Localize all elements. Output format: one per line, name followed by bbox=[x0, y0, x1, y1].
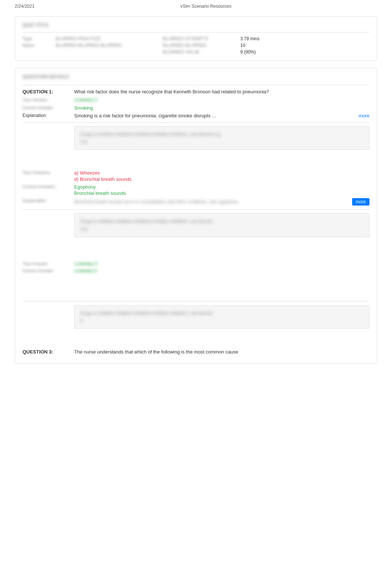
q2-more-button[interactable]: more bbox=[352, 198, 369, 206]
q1-your-answer-value: CORRECT bbox=[74, 97, 98, 103]
questions-value: 10 bbox=[240, 43, 369, 48]
q1-correct-answer-row: Correct Answer: Smoking bbox=[23, 105, 369, 111]
question-3-label: QUESTION 3: bbox=[23, 349, 67, 355]
score-value-2: CORRECT bbox=[74, 268, 98, 274]
quiz-title: QUIZ TITLE bbox=[23, 22, 369, 28]
question-1-label: QUESTION 1: bbox=[23, 89, 67, 94]
quiz-info-grid: Type BLURRED PRACTICE BLURRED ATTEMPTS 3… bbox=[23, 36, 369, 55]
q1-blurred-box: Drugs or inhibitor inhibitors inhibitors… bbox=[74, 126, 369, 150]
q1-explanation-row: Explanation: Smoking is a risk factor fo… bbox=[23, 113, 369, 118]
score-label-1: Your Answer: bbox=[23, 261, 67, 267]
main-content: QUIZ TITLE Type BLURRED PRACTICE BLURRED… bbox=[0, 13, 392, 375]
q2-blurred-text: Drugs or inhibitor inhibitors inhibitors… bbox=[80, 218, 363, 232]
score-value: 9 (90%) bbox=[240, 49, 369, 55]
q1-correct-answer-label: Correct Answer: bbox=[23, 105, 67, 110]
col3-value: BLURRED BLURRED bbox=[163, 43, 237, 48]
q2-answer-d: d) Bronchial breath sounds bbox=[74, 176, 131, 182]
page-header: 2/24/2021 vSim Scenario Resources bbox=[0, 0, 392, 13]
type-value: BLURRED PRACTICE bbox=[56, 36, 159, 41]
q2-explanation-label: Explanation: bbox=[23, 198, 67, 203]
score-label-2: Correct Answer: bbox=[23, 268, 67, 274]
type-label: Type bbox=[23, 36, 52, 41]
q1-blurred-text: Drugs or inhibitor inhibitors inhibitors… bbox=[80, 131, 363, 145]
question-details-card: QUESTION DETAILS QUESTION 1: What risk f… bbox=[15, 68, 377, 363]
question-3-upper-block: Your Answer: CORRECT Correct Answer: COR… bbox=[23, 261, 369, 329]
q2-correct-a: Egophony bbox=[74, 184, 126, 190]
q2-blurred-box: Drugs or inhibitor inhibitors inhibitors… bbox=[74, 213, 369, 237]
q2-answer-a: a) Wheezes bbox=[74, 170, 131, 176]
section-title: QUESTION DETAILS bbox=[23, 74, 369, 79]
score-section: Your Answer: CORRECT Correct Answer: COR… bbox=[23, 261, 369, 274]
q2-explanation-text: Bronchial breath sounds occur in consoli… bbox=[74, 199, 349, 204]
q1-explanation-text: Smoking is a risk factor for pneumonia; … bbox=[74, 113, 355, 118]
question-3-row: QUESTION 3: The nurse understands that w… bbox=[23, 349, 369, 355]
time-value: 3.78 mins bbox=[240, 36, 369, 41]
q1-your-answer-row: Your Answer: CORRECT bbox=[23, 97, 369, 103]
question-1-row: QUESTION 1: What risk factor does the nu… bbox=[23, 89, 369, 94]
score-row-1: Your Answer: CORRECT bbox=[23, 261, 369, 267]
q2-correct-answers: Egophony Bronchial breath sounds bbox=[74, 184, 126, 196]
q2-your-answers: a) Wheezes d) Bronchial breath sounds bbox=[74, 170, 131, 182]
q1-explanation-label: Explanation: bbox=[23, 113, 67, 118]
col3-label: BLURRED ATTEMPTS bbox=[163, 36, 237, 41]
q2-explanation-content: Bronchial breath sounds occur in consoli… bbox=[74, 198, 369, 206]
q2-correct-answer-row: Correct Answers: Egophony Bronchial brea… bbox=[23, 184, 369, 196]
header-date: 2/24/2021 bbox=[15, 4, 34, 9]
score-row-2: Correct Answer: CORRECT bbox=[23, 268, 369, 274]
q1-correct-answer-value: Smoking bbox=[74, 105, 93, 111]
q2-explanation-row: Explanation: Bronchial breath sounds occ… bbox=[23, 198, 369, 206]
quiz-info-card: QUIZ TITLE Type BLURRED PRACTICE BLURRED… bbox=[15, 16, 377, 61]
q1-explanation-content: Smoking is a risk factor for pneumonia; … bbox=[74, 113, 369, 118]
question-1-block: QUESTION 1: What risk factor does the nu… bbox=[23, 89, 369, 150]
q3-blurred-box: Drugs or inhibitor inhibitors inhibitors… bbox=[74, 305, 369, 329]
header-title: vSim Scenario Resources bbox=[180, 4, 231, 9]
q2-correct-answer-label: Correct Answers: bbox=[23, 184, 67, 189]
q2-your-answer-row: Your Answers: a) Wheezes d) Bronchial br… bbox=[23, 170, 369, 182]
q2-correct-b: Bronchial breath sounds bbox=[74, 190, 126, 196]
q2-your-answer-label: Your Answers: bbox=[23, 170, 67, 175]
question-3-text: The nurse understands that which of the … bbox=[74, 349, 369, 355]
name-label: Name bbox=[23, 43, 52, 48]
col3-sub: BLURRED VALUE bbox=[163, 49, 237, 55]
q1-more-link[interactable]: more bbox=[358, 113, 369, 118]
question-1-text: What risk factor does the nurse recogniz… bbox=[74, 89, 369, 94]
name-value: BLURRED BLURRED BLURRED bbox=[56, 43, 159, 48]
q3-blurred-text: Drugs or inhibitor inhibitors inhibitors… bbox=[80, 310, 363, 324]
question-2-block: Your Answers: a) Wheezes d) Bronchial br… bbox=[23, 170, 369, 237]
score-value-1: CORRECT bbox=[74, 261, 98, 267]
q1-your-answer-label: Your Answer: bbox=[23, 97, 67, 103]
